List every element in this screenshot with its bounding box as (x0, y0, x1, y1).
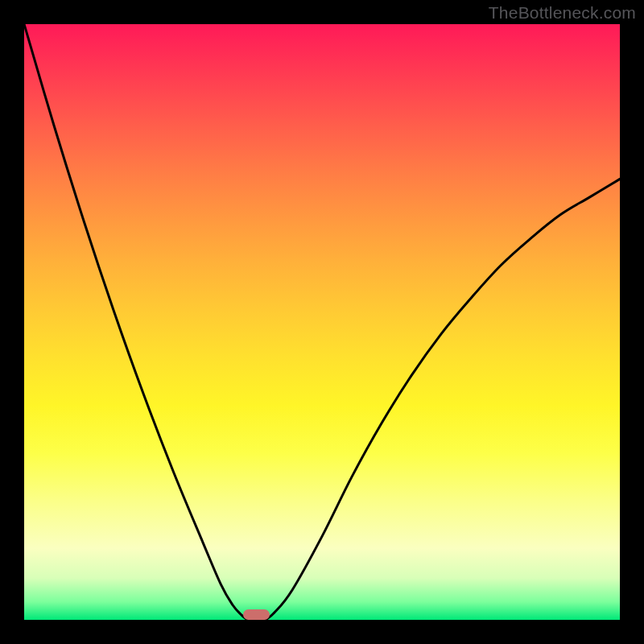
bottleneck-curve-left (24, 24, 248, 620)
optimal-marker (243, 609, 270, 620)
plot-area (24, 24, 620, 620)
curve-layer (24, 24, 620, 620)
watermark: TheBottleneck.com (489, 3, 636, 23)
bottleneck-curve-right (266, 179, 620, 620)
chart-frame: TheBottleneck.com (0, 0, 644, 644)
